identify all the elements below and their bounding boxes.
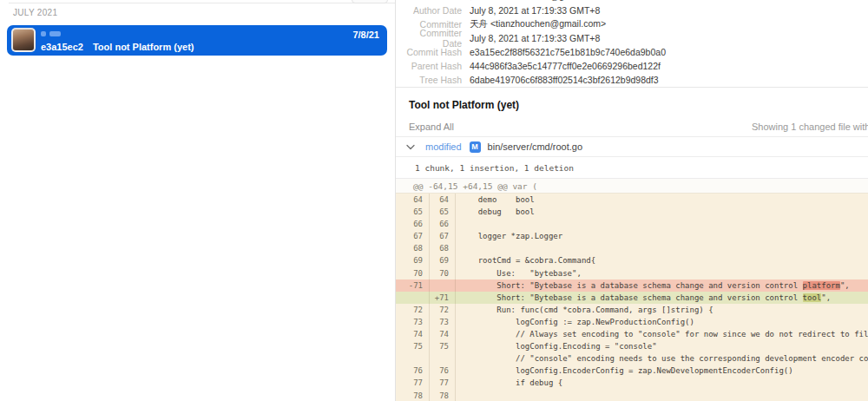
metadata-row: Committer天舟 <tianzhouchen@gmail.com> — [404, 17, 868, 31]
new-line-number: 74 — [430, 328, 456, 340]
code-text: debug bool — [456, 206, 868, 218]
cutoff-toolbar-button[interactable] — [352, 0, 388, 3]
code-text: Short: "Bytebase is a database schema ch… — [456, 292, 868, 304]
code-text — [456, 242, 868, 254]
commit-hash-short: e3a15ec2 — [41, 42, 83, 52]
code-text: if debug { — [456, 377, 868, 389]
commit-date: 7/8/21 — [352, 30, 379, 40]
diff-line-ctx: 6464 demo bool — [396, 194, 868, 206]
commit-title-block: Tool not Platform (yet) — [396, 88, 868, 119]
section-divider — [9, 3, 395, 3]
metadata-value: e3a15ec2f88f56321c75e1b81b9c740e6da9b0a0 — [470, 47, 666, 57]
code-text: Short: "Bytebase is a database schema ch… — [456, 279, 868, 292]
old-line-number: 68 — [396, 242, 430, 254]
diff-line-ctx: 6767 logger *zap.Logger — [396, 230, 868, 242]
old-line-number: 69 — [396, 254, 430, 266]
code-text: logConfig := zap.NewProductionConfig() — [456, 316, 868, 328]
commit-message: Tool not Platform (yet) — [93, 42, 194, 52]
metadata-row: Commit Hashe3a15ec2f88f56321c75e1b81b9c7… — [404, 45, 868, 59]
code-text: logger *zap.Logger — [456, 230, 868, 242]
redacted-block — [49, 31, 61, 36]
metadata-value: 天舟 <tianzhouchen@gmail.com> — [470, 18, 606, 30]
new-line-number: 77 — [430, 377, 456, 389]
commit-summary-line: e3a15ec2 Tool not Platform (yet) — [41, 42, 194, 52]
old-line-number: 76 — [396, 365, 430, 377]
expand-all-button[interactable]: Expand All — [409, 122, 454, 132]
new-line-number — [430, 352, 456, 365]
code-text: rootCmd = &cobra.Command{ — [456, 254, 868, 266]
changed-files-summary: Showing 1 changed file with 1 addition a… — [752, 122, 868, 132]
code-text: // Always set encoding to "console" for … — [456, 328, 868, 340]
diff-line-add: +71 Short: "Bytebase is a database schem… — [396, 292, 868, 304]
old-line-number: 77 — [396, 377, 430, 389]
diff-line-ctx: 7373 logConfig := zap.NewProductionConfi… — [396, 316, 868, 328]
code-text — [456, 218, 868, 230]
diff-toolbar: Expand All Showing 1 changed file with 1… — [396, 119, 868, 136]
file-header-row[interactable]: modified M bin/server/cmd/root.go — [396, 136, 868, 157]
file-status-label: modified — [425, 141, 462, 152]
redacted-block — [41, 31, 46, 36]
old-line-number — [396, 292, 430, 304]
new-line-number: 65 — [430, 206, 456, 218]
metadata-value: 444c986f3a3e5c14777cff0e2e0669296bed122f — [470, 61, 661, 71]
commit-list-panel: JULY 2021 e3a15ec2 Tool not Platform (ye… — [0, 0, 396, 401]
new-line-number: 76 — [430, 365, 456, 377]
code-text: logConfig.Encoding = "console" — [456, 340, 868, 352]
author-avatar — [11, 28, 36, 52]
metadata-row: Author DateJuly 8, 2021 at 17:19:33 GMT+… — [404, 3, 868, 17]
old-line-number: 64 — [396, 194, 430, 206]
metadata-row: Parent Hash444c986f3a3e5c14777cff0e2e066… — [404, 59, 868, 73]
new-line-number: 66 — [430, 218, 456, 230]
metadata-value: 6dabe419706c6f883ff02514c3bf2612b9d98df3 — [470, 75, 659, 85]
diff-line-del: -71 Short: "Bytebase is a database schem… — [396, 279, 868, 292]
metadata-label: Commit Hash — [404, 47, 462, 57]
new-line-number: 72 — [430, 304, 456, 316]
old-line-number: 74 — [396, 328, 430, 340]
metadata-row: Tree Hash6dabe419706c6f883ff02514c3bf261… — [404, 73, 868, 87]
metadata-value: 天舟 <tianzhouchen@gmail.com> — [470, 0, 606, 3]
new-line-number: 69 — [430, 254, 456, 266]
diff-line-ctx: 7676 logConfig.EncoderConfig = zap.NewDe… — [396, 365, 868, 377]
git-client-window: JULY 2021 e3a15ec2 Tool not Platform (ye… — [0, 0, 868, 401]
old-line-number: 78 — [396, 390, 430, 401]
commit-title: Tool not Platform (yet) — [409, 99, 868, 111]
old-line-number: 73 — [396, 316, 430, 328]
code-text: Run: func(cmd *cobra.Command, args []str… — [456, 304, 868, 316]
old-line-number: 70 — [396, 267, 430, 279]
metadata-label: Author Date — [404, 5, 462, 16]
old-line-number: 66 — [396, 218, 430, 230]
code-text — [456, 390, 868, 401]
diff-line-ctx: 7474 // Always set encoding to "console"… — [396, 328, 868, 340]
code-text: Use: "bytebase", — [456, 267, 868, 279]
diff-line-ctx: 6969 rootCmd = &cobra.Command{ — [396, 254, 868, 266]
file-path: bin/server/cmd/root.go — [488, 141, 582, 152]
commit-list-item-selected[interactable]: e3a15ec2 Tool not Platform (yet) 7/8/21 — [7, 25, 387, 56]
old-line-number: 75 — [396, 340, 430, 352]
old-line-number: 65 — [396, 206, 430, 218]
code-text: // "console" encoding needs to use the c… — [456, 352, 868, 365]
metadata-label: Parent Hash — [404, 61, 462, 71]
chevron-down-icon[interactable] — [406, 143, 415, 150]
diff-line-ctx: 7070 Use: "bytebase", — [396, 267, 868, 279]
diff-line-ctx: 6666 — [396, 218, 868, 230]
diff-line-ctx: 7272 Run: func(cmd *cobra.Command, args … — [396, 304, 868, 316]
metadata-value: July 8, 2021 at 17:19:33 GMT+8 — [470, 5, 600, 16]
chunk-stats: 1 chunk, 1 insertion, 1 deletion — [396, 157, 868, 178]
word-diff-highlight: platform — [803, 281, 840, 290]
code-text: logConfig.EncoderConfig = zap.NewDevelop… — [456, 365, 868, 377]
new-line-number: 64 — [430, 194, 456, 206]
new-line-number: 68 — [430, 242, 456, 254]
modified-badge-icon: M — [470, 141, 481, 153]
new-line-number: 78 — [430, 390, 456, 401]
metadata-label: Committer Date — [404, 28, 462, 49]
author-name-redacted — [41, 31, 61, 36]
diff-line-ctx: 7878 — [396, 390, 868, 401]
new-line-number: 73 — [430, 316, 456, 328]
hunk-header: @@ -64,15 +64,15 @@ var ( — [396, 178, 868, 194]
diff-code-view: 6464 demo bool6565 debug bool66666767 lo… — [396, 194, 868, 401]
commit-metadata: Author天舟 <tianzhouchen@gmail.com>Author … — [396, 0, 868, 87]
new-line-number: 75 — [430, 340, 456, 352]
metadata-value: July 8, 2021 at 17:19:33 GMT+8 — [470, 33, 600, 43]
month-group-header: JULY 2021 — [13, 8, 57, 17]
metadata-label: Tree Hash — [404, 75, 462, 85]
